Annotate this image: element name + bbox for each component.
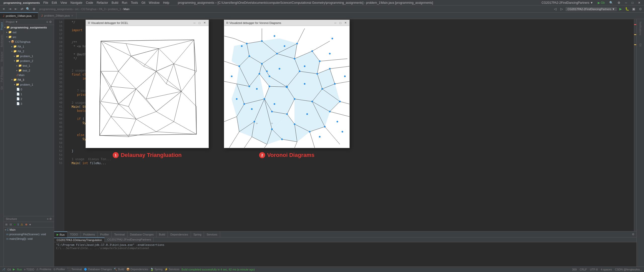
tree-item-pa2-p2[interactable]: ▾ 📁 problem_2 [4,58,54,63]
coverage-btn[interactable]: ▣ [631,6,636,12]
run-btn[interactable]: ▶ [618,6,623,12]
struct-tool-1[interactable]: ⊞ [5,223,8,226]
replace-btn[interactable]: ⊕ [31,6,37,12]
problems-status[interactable]: ⚠ Problems [36,268,51,271]
tree-item-pa2-p1[interactable]: ▸ 📁 problem_1 [4,54,54,58]
git-right-label[interactable]: Git [638,42,642,48]
struct-tool-2[interactable]: ⊟ [9,223,13,226]
tab-problem2-main[interactable]: J problem_2\Main.java ✕ [38,12,76,19]
struct-btn-2[interactable]: ⚙ [49,217,52,221]
struct-tool-7[interactable]: ♦ [29,223,32,226]
pull-requests-tab-label[interactable]: Pull Requests [0,64,4,84]
menu-item-tools[interactable]: Tools [129,1,139,5]
struct-item-processing[interactable]: m processingFile(Scanner): void [4,232,54,236]
menu-item-build[interactable]: Build [110,1,120,5]
menu-item-help[interactable]: Help [162,1,171,5]
menu-item-refactor[interactable]: Refactor [95,1,109,5]
run-status-icon[interactable]: ▶ [13,268,15,271]
settings-btn[interactable]: ⚙ [49,20,52,24]
minimize-icon[interactable]: ─ [623,1,629,5]
tree-item-test1[interactable]: ▸ 📁 test_1 [4,63,54,68]
search-icon-global[interactable]: 🔍 [608,1,615,5]
git-tab-label[interactable]: Git [0,84,4,92]
menu-item-run[interactable]: Run [120,1,129,5]
voronoi-maximize-btn[interactable]: □ [338,21,342,25]
bottom-tab-problems[interactable]: Problems [81,231,98,237]
bottom-tab-build[interactable]: Build [156,231,168,237]
project-btn[interactable]: ≡ [1,6,7,12]
tree-item-pa3[interactable]: ▾ 📁 PA_3 [4,77,54,82]
structure-tab-label[interactable]: Structure [0,50,4,64]
indent-btn[interactable]: ⇥ [7,6,13,12]
close-icon[interactable]: ✕ [636,1,642,5]
struct-tool-5[interactable]: ⚠ [20,223,24,226]
services-status[interactable]: ⚡ Services [165,268,179,271]
tree-item-file2[interactable]: 📄 2 [4,96,54,101]
git-branch[interactable]: Git [7,268,11,271]
bottom-tab-run[interactable]: ▶ Run [54,231,67,237]
menu-item-git[interactable]: Git [140,1,147,5]
tree-item-pa2[interactable]: ▾ 📁 PA_2 [4,49,54,54]
maximize-icon[interactable]: □ [630,1,635,5]
notifications-label[interactable]: Notifications [638,20,642,37]
tree-item-main-pa2[interactable]: J Main [4,73,54,77]
run-subtab-2[interactable]: CG2017PA2-2FindDancingPartners [105,237,154,242]
menu-item-navigate[interactable]: Navigate [69,1,84,5]
tree-item-out[interactable]: ▸ 📁 out [4,30,54,35]
debug-btn[interactable]: 🐛 [624,6,630,12]
struct-tool-4[interactable]: ℹ [17,223,19,226]
bottom-tab-todo[interactable]: TODO [67,231,81,237]
menu-item-code[interactable]: Code [84,1,95,5]
dedent-btn[interactable]: ⇤ [13,6,19,12]
db-status[interactable]: 🔷 Database Changes [84,268,112,271]
menu-item-file[interactable]: File [42,1,50,5]
tree-item-pa1[interactable]: ▸ 📁 PA_1 [4,44,54,49]
struct-tool-6[interactable]: ⊕ [24,223,28,226]
voronoi-close-btn[interactable]: ✕ [343,21,347,25]
bottom-settings-btn[interactable]: ⚙ [630,232,636,237]
bottom-tab-dependencies[interactable]: Dependencies [168,231,191,237]
menu-item-edit[interactable]: Edit [50,1,59,5]
collapse-all-btn[interactable]: ≡ [46,20,48,24]
tree-item-root[interactable]: ▾ 📁 programming_assignments [4,25,54,30]
settings-icon[interactable]: ⚙ [616,1,622,5]
todo-status[interactable]: ≡ TODO [24,268,34,271]
struct-item-main[interactable]: ▾ C Main [4,227,54,232]
menu-item-app[interactable]: programming_assignments [2,1,41,5]
run-config[interactable]: CG2017PA2-2FindDancingPartners ▼ [566,7,617,11]
struct-item-main-method[interactable]: m main(String[]): void [4,236,54,241]
profile-btn[interactable]: ⊙ [637,6,643,12]
bottom-tab-services[interactable]: Services [204,231,220,237]
project-tab-label[interactable]: Project [0,20,4,32]
menu-item-window[interactable]: Window [147,1,161,5]
struct-btn-1[interactable]: ≡ [47,217,49,221]
tab-main-java[interactable]: J problem_1\Main.java ✕ [0,12,38,19]
deps-status[interactable]: 📦 Dependencies [126,268,148,271]
bottom-tab-profiler[interactable]: Profiler [98,231,112,237]
reformat-btn[interactable]: ⇄ [19,6,25,12]
forward-btn[interactable]: ▷ [559,6,565,12]
bottom-tab-spring[interactable]: Spring [191,231,204,237]
menu-item-view[interactable]: View [59,1,68,5]
struct-tool-3[interactable]: ● [13,223,16,226]
tree-item-file1[interactable]: 📄 1 [4,92,54,96]
voronoi-minimize-btn[interactable]: ─ [333,21,337,25]
spring-status[interactable]: 🍃 Spring [150,268,163,271]
dcel-close-btn[interactable]: ✕ [203,21,207,25]
search-btn[interactable]: 🔍 [25,6,31,12]
bottom-tab-terminal[interactable]: Terminal [112,231,128,237]
build-status[interactable]: 🔨 Build [114,268,124,271]
tree-item-test2[interactable]: ▸ 📁 test_2 [4,68,54,73]
git-status-icon[interactable]: ⎇ [2,268,5,271]
tree-item-file0[interactable]: 📄 0 [4,87,54,92]
bookmarks-tab-label[interactable]: Bookmarks [0,32,4,49]
terminal-status[interactable]: ⬛ Terminal [67,268,82,271]
tab-close-main[interactable]: ✕ [33,15,35,17]
tree-item-cg[interactable]: ▾ 📦 CGTsinghua [4,39,54,44]
tree-item-pa3-p1[interactable]: ▾ 📁 problem_1 [4,82,54,87]
back-btn[interactable]: ◁ [552,6,558,12]
run-subtab-1[interactable]: CG2017PA3-1DelaunayTriangulation [54,237,105,242]
run-status-label[interactable]: Run [17,268,22,271]
dcel-maximize-btn[interactable]: □ [197,21,202,25]
profiler-status[interactable]: ⊙ Profiler [53,268,65,271]
